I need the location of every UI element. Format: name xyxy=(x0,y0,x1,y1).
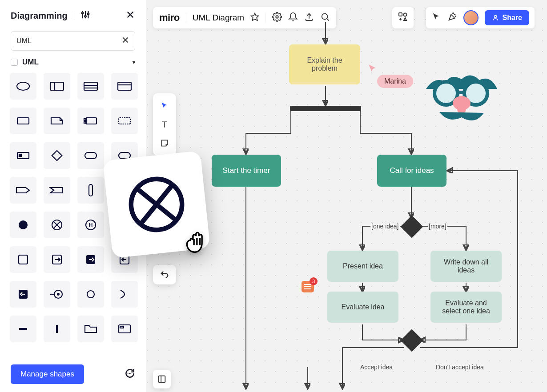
svg-text:H: H xyxy=(89,222,93,228)
tool-select[interactable] xyxy=(157,99,173,113)
svg-point-29 xyxy=(19,220,28,229)
shape-window[interactable] xyxy=(111,316,138,342)
shape-circle-merge[interactable] xyxy=(44,281,70,308)
label-one-idea: [one idea] xyxy=(370,223,400,230)
shape-rect-dot[interactable] xyxy=(10,142,36,169)
svg-rect-18 xyxy=(17,118,29,124)
node-explain-problem[interactable]: Explain the problem xyxy=(289,44,360,84)
sliders-icon[interactable] xyxy=(80,10,90,21)
svg-point-10 xyxy=(17,82,29,90)
svg-rect-22 xyxy=(119,118,130,124)
close-icon[interactable] xyxy=(125,10,135,21)
svg-point-5 xyxy=(87,13,89,15)
manage-shapes-button[interactable]: Manage shapes xyxy=(11,364,84,384)
label-dont-accept: Don't accept idea xyxy=(435,364,485,371)
node-evaluate-select[interactable]: Evaluate and select one idea xyxy=(430,292,502,323)
shape-square[interactable] xyxy=(10,246,36,273)
shape-diamond[interactable] xyxy=(44,142,70,169)
shape-hline[interactable] xyxy=(10,316,36,342)
svg-point-4 xyxy=(84,16,86,17)
shape-square-arrow-solid[interactable] xyxy=(77,246,104,273)
shape-note[interactable] xyxy=(44,108,70,134)
shape-component[interactable] xyxy=(77,108,104,134)
comment-thread[interactable]: 3 xyxy=(302,281,314,292)
shape-arc[interactable] xyxy=(111,281,138,308)
shape-circle-x[interactable] xyxy=(44,212,70,238)
node-start-timer[interactable]: Start the timer xyxy=(212,155,281,187)
label-more: [more] xyxy=(428,223,447,230)
shape-square-arrow-out[interactable] xyxy=(44,246,70,273)
svg-point-45 xyxy=(57,293,60,296)
svg-point-54 xyxy=(130,373,131,374)
svg-rect-24 xyxy=(19,154,21,156)
svg-point-3 xyxy=(82,12,84,14)
comment-count: 3 xyxy=(310,277,318,285)
shape-rounded-rect[interactable] xyxy=(77,142,104,169)
canvas[interactable]: Explain the problem Start the timer Call… xyxy=(146,0,547,392)
svg-rect-27 xyxy=(119,152,130,159)
shape-class-top[interactable] xyxy=(111,73,138,100)
sticker-funny-glasses[interactable] xyxy=(422,71,502,126)
shape-ellipse[interactable] xyxy=(10,73,36,100)
shape-send-signal[interactable] xyxy=(10,177,36,204)
shape-vline[interactable] xyxy=(44,316,70,342)
svg-rect-69 xyxy=(159,376,165,383)
checkbox-icon[interactable] xyxy=(11,59,18,66)
svg-rect-35 xyxy=(19,255,28,264)
svg-rect-19 xyxy=(86,118,97,124)
node-call-ideas[interactable]: Call for ideas xyxy=(377,155,446,187)
fork-bar[interactable] xyxy=(290,106,361,111)
shape-class-2col[interactable] xyxy=(44,73,70,100)
search-input[interactable] xyxy=(16,37,121,45)
label-accept: Accept idea xyxy=(359,364,394,371)
sidebar-title: Diagramming xyxy=(11,11,68,21)
divider xyxy=(74,11,74,20)
svg-rect-51 xyxy=(120,326,124,328)
remote-cursor-icon xyxy=(367,63,378,76)
svg-point-52 xyxy=(128,373,129,374)
category-label: UML xyxy=(22,58,39,67)
sidebar-footer: Manage shapes xyxy=(0,358,146,392)
frames-button[interactable] xyxy=(153,370,171,388)
svg-rect-11 xyxy=(50,82,64,90)
svg-rect-16 xyxy=(118,82,131,90)
tool-text[interactable] xyxy=(157,117,173,132)
shape-circle-small[interactable] xyxy=(77,281,104,308)
undo-button[interactable] xyxy=(153,265,176,284)
chevron-down-icon[interactable]: ▾ xyxy=(133,59,135,65)
sidebar-header: Diagramming xyxy=(0,0,146,28)
vertical-toolbar xyxy=(153,93,176,156)
svg-rect-26 xyxy=(85,152,97,159)
shape-class-rows[interactable] xyxy=(77,73,104,100)
chat-icon[interactable] xyxy=(124,368,135,381)
svg-rect-28 xyxy=(89,184,93,196)
tool-sticky[interactable] xyxy=(157,136,173,150)
category-uml[interactable]: UML ▾ xyxy=(0,57,146,73)
node-write-down[interactable]: Write down all ideas xyxy=(430,251,502,282)
remote-cursor-label: Marina xyxy=(377,75,413,88)
svg-rect-25 xyxy=(52,151,62,161)
shape-pill-vert[interactable] xyxy=(77,177,104,204)
grab-cursor-icon xyxy=(181,223,213,257)
node-present-idea[interactable]: Present idea xyxy=(327,251,398,282)
shape-receive-signal[interactable] xyxy=(44,177,70,204)
svg-point-46 xyxy=(87,291,94,298)
shape-search-box[interactable] xyxy=(11,31,135,51)
shape-dashed-rect[interactable] xyxy=(111,108,138,134)
node-evaluate-idea[interactable]: Evaluate idea xyxy=(327,292,398,323)
shape-square-arrow-back-solid[interactable] xyxy=(10,281,36,308)
svg-point-53 xyxy=(129,373,130,374)
shape-history[interactable]: H xyxy=(77,212,104,238)
shape-folder[interactable] xyxy=(77,316,104,342)
clear-search-icon[interactable] xyxy=(121,36,129,46)
shape-initial-state[interactable] xyxy=(10,212,36,238)
svg-rect-13 xyxy=(84,82,97,90)
shape-rect[interactable] xyxy=(10,108,36,134)
